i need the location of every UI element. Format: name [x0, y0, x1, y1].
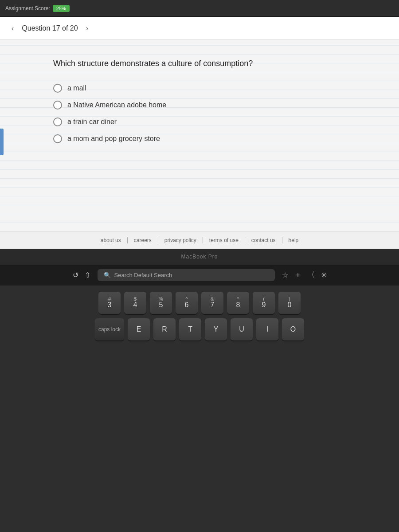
key-r-label: R	[162, 326, 167, 333]
footer-link-contact[interactable]: contact us	[245, 237, 282, 243]
home-icon[interactable]: ⇧	[85, 271, 90, 279]
option-item-3[interactable]: a train car diner	[53, 117, 346, 126]
keyboard-area: # 3 $ 4 % 5 ^ 6 & 7 * 8 ( 9 ) 0	[0, 286, 399, 532]
key-8-bot: 8	[236, 301, 240, 309]
key-0[interactable]: ) 0	[278, 292, 301, 314]
radio-option-3[interactable]	[53, 117, 62, 126]
next-arrow[interactable]: ›	[83, 23, 91, 33]
reload-icon[interactable]: ↺	[73, 271, 78, 279]
key-3-bot: 3	[108, 301, 112, 309]
key-y[interactable]: Y	[205, 318, 227, 340]
question-label: Question 17 of 20	[22, 24, 78, 32]
radio-option-1[interactable]	[53, 84, 62, 93]
key-9[interactable]: ( 9	[253, 292, 275, 314]
screen-area: ‹ Question 17 of 20 › Which structure de…	[0, 17, 399, 249]
key-i[interactable]: I	[256, 318, 278, 340]
footer-link-help[interactable]: help	[282, 237, 305, 243]
key-r[interactable]: R	[153, 318, 176, 340]
option-text-4: a mom and pop grocery store	[67, 135, 160, 143]
footer-link-careers[interactable]: careers	[128, 237, 158, 243]
key-o[interactable]: O	[282, 318, 304, 340]
key-0-bot: 0	[288, 301, 292, 309]
footer-link-about[interactable]: about us	[94, 237, 128, 243]
key-caps-label: caps lock	[98, 326, 121, 332]
option-item-1[interactable]: a mall	[53, 84, 346, 93]
search-input-box[interactable]: 🔍 Search Default Search	[98, 269, 275, 281]
key-5[interactable]: % 5	[150, 292, 172, 314]
key-u-label: U	[239, 326, 244, 333]
key-y-label: Y	[214, 326, 219, 333]
top-bar: Assignment Score: 25%	[0, 0, 399, 17]
keyboard-row-numbers: # 3 $ 4 % 5 ^ 6 & 7 * 8 ( 9 ) 0	[9, 292, 390, 314]
question-nav: ‹ Question 17 of 20 ›	[0, 17, 399, 40]
footer-links: about us careers privacy policy terms of…	[0, 231, 399, 249]
assignment-score-label: Assignment Score:	[5, 5, 50, 12]
option-text-3: a train car diner	[67, 118, 117, 126]
key-u[interactable]: U	[231, 318, 253, 340]
score-badge: 25%	[53, 5, 70, 12]
key-t[interactable]: T	[179, 318, 201, 340]
macbook-bezel: MacBook Pro	[0, 249, 399, 265]
key-t-label: T	[188, 326, 192, 333]
key-7[interactable]: & 7	[201, 292, 223, 314]
key-6[interactable]: ^ 6	[176, 292, 198, 314]
key-3[interactable]: # 3	[98, 292, 121, 314]
add-icon[interactable]: ＋	[294, 270, 301, 280]
left-tab	[0, 129, 4, 155]
key-4-bot: 4	[133, 301, 137, 309]
content-card: Which structure demonstrates a culture o…	[0, 40, 399, 231]
key-e-label: E	[137, 326, 141, 333]
search-bar-area: ↺ ⇧ 🔍 Search Default Search ☆ ＋ 〈 ✳	[0, 265, 399, 286]
toolbar-right-icons: ☆ ＋ 〈 ✳	[282, 270, 327, 280]
key-i-label: I	[266, 326, 268, 333]
radio-option-2[interactable]	[53, 101, 62, 110]
radio-option-4[interactable]	[53, 134, 62, 143]
question-text: Which structure demonstrates a culture o…	[53, 58, 346, 70]
keyboard-row-qwerty: caps lock E R T Y U I O	[9, 318, 390, 340]
key-caps[interactable]: caps lock	[95, 318, 124, 340]
settings-icon[interactable]: ✳	[321, 271, 327, 279]
option-item-2[interactable]: a Native American adobe home	[53, 101, 346, 110]
key-4[interactable]: $ 4	[124, 292, 146, 314]
footer-link-terms[interactable]: terms of use	[203, 237, 245, 243]
macbook-label: MacBook Pro	[181, 254, 218, 260]
key-e[interactable]: E	[128, 318, 150, 340]
bookmark-icon[interactable]: ☆	[282, 271, 288, 279]
key-o-label: O	[290, 326, 296, 333]
toolbar-left-icons: ↺ ⇧	[73, 271, 90, 279]
key-8[interactable]: * 8	[227, 292, 249, 314]
search-placeholder: Search Default Search	[114, 272, 172, 278]
option-text-2: a Native American adobe home	[67, 101, 166, 109]
option-text-1: a mall	[67, 84, 86, 92]
prev-arrow[interactable]: ‹	[9, 23, 16, 33]
key-7-bot: 7	[211, 301, 215, 309]
back-icon[interactable]: 〈	[308, 270, 315, 280]
footer-link-privacy[interactable]: privacy policy	[158, 237, 203, 243]
key-9-bot: 9	[262, 301, 266, 309]
options-list: a mall a Native American adobe home a tr…	[53, 84, 346, 143]
key-5-bot: 5	[159, 301, 163, 309]
search-icon: 🔍	[104, 272, 111, 278]
option-item-4[interactable]: a mom and pop grocery store	[53, 134, 346, 143]
key-6-bot: 6	[185, 301, 189, 309]
